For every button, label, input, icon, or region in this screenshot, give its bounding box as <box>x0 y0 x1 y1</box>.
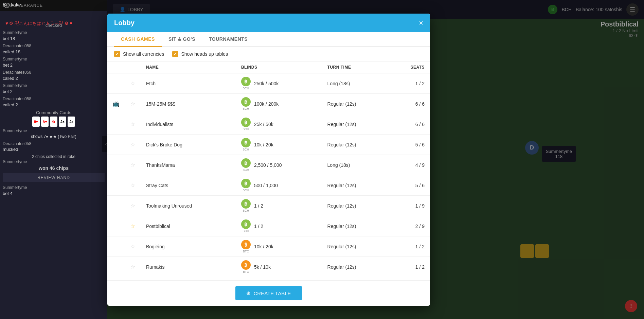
list-item: Summertyme shows 7♠ ★★ (Two Pair) <box>3 128 105 140</box>
blinds-value: 250k / 500k <box>254 81 279 86</box>
card-row: 9♥ A♥ 4♦ J♣ J♠ <box>3 117 105 127</box>
table-row[interactable]: 📺☆15M-25M $$$ ฿ BCH 100k / 200k Regular … <box>107 94 430 114</box>
currency-label: BCH <box>243 189 249 192</box>
currency-label: BCH <box>243 87 249 90</box>
row-star[interactable]: ☆ <box>125 277 141 281</box>
currency-label: BCH <box>243 148 249 151</box>
row-icon <box>107 236 125 257</box>
table-scroll-area[interactable]: NAME BLINDS TURN TIME SEATS ☆Etch ฿ BCH … <box>107 61 430 280</box>
row-star[interactable]: ☆ <box>125 114 141 135</box>
col-blinds: BLINDS <box>236 61 322 73</box>
currency-circle: ฿ <box>241 158 251 168</box>
list-item: Deracinates058 called 2 <box>3 96 105 108</box>
tab-sit-gos[interactable]: SIT & GO'S <box>162 32 202 47</box>
hearts-row: ♥ ⚙ 卍こんにちはヒトラー卍 ⚙ ♥ <box>5 20 107 26</box>
row-blinds: ฿ BCH 25k / 50k <box>236 114 322 135</box>
col-seats: SEATS <box>388 61 430 73</box>
star-icon[interactable]: ☆ <box>130 244 135 249</box>
star-icon[interactable]: ☆ <box>130 223 135 229</box>
list-item: Deracinates058 called 18 <box>3 43 105 55</box>
row-star[interactable]: ☆ <box>125 135 141 155</box>
row-name: Etch <box>141 73 236 94</box>
star-icon[interactable]: ☆ <box>130 182 135 188</box>
col-name: NAME <box>141 61 236 73</box>
table-row[interactable]: ☆ThanksMama ฿ BCH 2,500 / 5,000 Long (18… <box>107 155 430 175</box>
row-name: ThanksMama <box>141 155 236 175</box>
table-row[interactable]: ☆Individualists ฿ BCH 25k / 50k Regular … <box>107 114 430 135</box>
table-body: ☆Etch ฿ BCH 250k / 500k Long (18s)1 / 2📺… <box>107 73 430 281</box>
tab-tournaments[interactable]: TOURNAMENTS <box>202 32 254 47</box>
star-icon[interactable]: ☆ <box>130 142 135 147</box>
row-turn-time: Regular (12s) <box>322 257 388 277</box>
row-star[interactable]: ☆ <box>125 216 141 236</box>
blinds-value: 500 / 1,000 <box>254 183 278 188</box>
list-item: Deracinates058 mucked <box>3 141 105 153</box>
rake-text: 2 chips collected in rake <box>3 154 105 159</box>
row-star[interactable]: ☆ <box>125 175 141 196</box>
row-blinds: ฿ BCH 10k / 20k <box>236 135 322 155</box>
col-star <box>125 61 141 73</box>
currency-circle: ฿ <box>241 77 251 86</box>
review-hand-button[interactable]: REVIEW HAND <box>3 173 105 182</box>
row-blinds: ₿ BTC 10k / 20k <box>236 236 322 257</box>
row-name: Rumakis <box>141 257 236 277</box>
row-icon <box>107 277 125 281</box>
list-item: Summertyme bet 2 <box>3 56 105 68</box>
table-row[interactable]: ☆Toolmaking Unroused ฿ BCH 1 / 2 Regular… <box>107 196 430 216</box>
row-seats: 2 / 9 <box>388 216 430 236</box>
currency-label: BCH <box>243 209 249 212</box>
row-star[interactable]: ☆ <box>125 257 141 277</box>
table-row[interactable]: ☆RailHeaven ₿ BTC 2,500 / 5,000 Long (18… <box>107 277 430 281</box>
currency-circle: ₿ <box>241 260 251 270</box>
row-icon <box>107 155 125 175</box>
row-turn-time: Regular (12s) <box>322 175 388 196</box>
table-row[interactable]: ☆Dick's Broke Dog ฿ BCH 10k / 20k Regula… <box>107 135 430 155</box>
row-star[interactable]: ☆ <box>125 196 141 216</box>
currency-label: BTC <box>243 270 249 273</box>
currency-label: BCH <box>243 168 249 172</box>
table-row[interactable]: ☆Rumakis ₿ BTC 5k / 10k Regular (12s)1 /… <box>107 257 430 277</box>
row-star[interactable]: ☆ <box>125 94 141 114</box>
row-star[interactable]: ☆ <box>125 236 141 257</box>
currency-label: BCH <box>243 229 249 233</box>
row-icon <box>107 114 125 135</box>
card: 4♦ <box>50 117 57 127</box>
table-row[interactable]: ☆Stray Cats ฿ BCH 500 / 1,000 Regular (1… <box>107 175 430 196</box>
row-turn-time: Long (18s) <box>322 277 388 281</box>
show-heads-up-checkbox[interactable] <box>172 51 178 57</box>
table-row[interactable]: ☆Bogieing ₿ BTC 10k / 20k Regular (12s)1… <box>107 236 430 257</box>
blinds-value: 1 / 2 <box>254 224 263 229</box>
star-icon[interactable]: ☆ <box>130 264 135 270</box>
create-table-button[interactable]: ⊕ CREATE TABLE <box>235 286 302 300</box>
list-item: Summertyme bet 4 <box>3 185 105 197</box>
row-turn-time: Regular (12s) <box>322 114 388 135</box>
row-star[interactable]: ☆ <box>125 73 141 94</box>
star-icon[interactable]: ☆ <box>130 162 135 168</box>
blinds-value: 5k / 10k <box>254 264 271 270</box>
row-turn-time: Regular (12s) <box>322 135 388 155</box>
currency-badge: ₿ BTC <box>241 240 251 253</box>
row-star[interactable]: ☆ <box>125 155 141 175</box>
currency-label: BTC <box>243 250 249 253</box>
star-icon[interactable]: ☆ <box>130 121 135 127</box>
table-row[interactable]: ☆Etch ฿ BCH 250k / 500k Long (18s)1 / 2 <box>107 73 430 94</box>
show-all-currencies-checkbox[interactable] <box>114 51 120 57</box>
tab-cash-games[interactable]: CASH GAMES <box>114 32 162 47</box>
chat-log: checked Summertyme bet 18 Deracinates058… <box>0 20 107 319</box>
star-icon[interactable]: ☆ <box>130 101 135 107</box>
star-icon[interactable]: ☆ <box>130 203 135 209</box>
modal-filters: Show all currencies Show heads up tables <box>107 47 430 61</box>
modal-close-button[interactable]: × <box>419 19 423 27</box>
row-icon <box>107 216 125 236</box>
row-blinds: ฿ BCH 100k / 200k <box>236 94 322 114</box>
row-seats: 1 / 2 <box>388 277 430 281</box>
currency-badge: ฿ BCH <box>241 179 251 192</box>
row-blinds: ₿ BTC 5k / 10k <box>236 257 322 277</box>
currency-badge: ₿ BTC <box>241 260 251 273</box>
modal-title: Lobby <box>114 19 135 27</box>
currency-circle: ฿ <box>241 138 251 147</box>
table-row[interactable]: ☆Postbiblical ฿ BCH 1 / 2 Regular (12s)2… <box>107 216 430 236</box>
star-icon[interactable]: ☆ <box>130 81 135 86</box>
current-username: Bukkake <box>3 2 21 7</box>
row-turn-time: Regular (12s) <box>322 236 388 257</box>
